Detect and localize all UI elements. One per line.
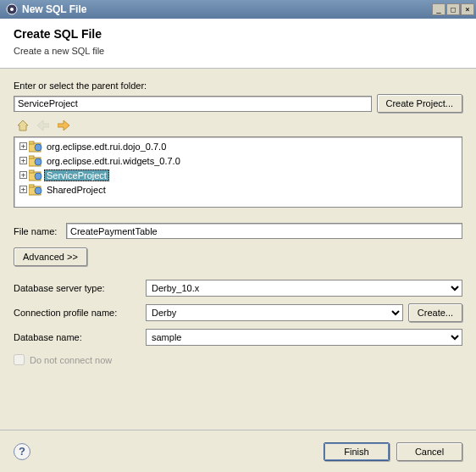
app-icon [5, 3, 19, 16]
tree-item[interactable]: + org.eclipse.edt.rui.dojo_0.7.0 [16, 139, 460, 153]
svg-point-7 [35, 158, 42, 165]
dialog-buttonbar: ? Finish Cancel [0, 430, 476, 472]
tree-expander-icon[interactable]: + [19, 186, 27, 193]
help-icon[interactable]: ? [14, 443, 30, 460]
file-name-label: File name: [14, 226, 61, 236]
page-subtitle: Create a new SQL file [14, 46, 462, 56]
do-not-connect-label: Do not connect now [30, 355, 112, 365]
project-icon [29, 141, 42, 153]
maximize-button[interactable]: □ [446, 3, 460, 15]
project-icon [29, 155, 42, 167]
svg-rect-6 [29, 156, 34, 158]
connection-profile-select[interactable]: Derby [146, 304, 403, 321]
dialog-header: Create SQL File Create a new SQL file [0, 19, 476, 69]
svg-rect-12 [29, 185, 34, 187]
tree-item-label: ServiceProject [44, 169, 109, 181]
file-name-input[interactable] [66, 223, 462, 239]
svg-rect-3 [29, 142, 34, 144]
database-name-label: Database name: [14, 332, 141, 342]
project-icon [29, 184, 42, 196]
svg-point-10 [35, 173, 42, 180]
tree-item-label: SharedProject [44, 184, 108, 196]
window-title: New SQL File [22, 3, 431, 15]
minimize-button[interactable]: _ [432, 3, 446, 15]
project-icon [29, 169, 42, 181]
db-server-type-label: Database server type: [14, 283, 141, 293]
tree-item[interactable]: + org.eclipse.edt.rui.widgets_0.7.0 [16, 153, 460, 168]
connection-profile-label: Connection profile name: [14, 308, 141, 318]
tree-expander-icon[interactable]: + [19, 157, 27, 164]
tree-item[interactable]: + SharedProject [16, 182, 460, 197]
page-title: Create SQL File [14, 27, 462, 41]
tree-toolbar [14, 114, 462, 136]
advanced-button[interactable]: Advanced >> [14, 247, 87, 266]
forward-arrow-icon[interactable] [56, 118, 71, 133]
tree-item-label: org.eclipse.edt.rui.dojo_0.7.0 [44, 141, 169, 153]
do-not-connect-checkbox [14, 354, 25, 365]
window-titlebar: New SQL File _ □ × [0, 0, 476, 19]
cancel-button[interactable]: Cancel [396, 442, 462, 461]
svg-rect-9 [29, 170, 34, 173]
svg-point-13 [35, 187, 42, 194]
svg-point-1 [10, 8, 14, 11]
create-project-button[interactable]: Create Project... [377, 94, 462, 113]
tree-item[interactable]: + ServiceProject [16, 168, 460, 182]
home-icon[interactable] [15, 118, 30, 133]
finish-button[interactable]: Finish [324, 442, 390, 461]
database-name-select[interactable]: sample [146, 329, 462, 346]
parent-folder-label: Enter or select the parent folder: [14, 81, 462, 91]
tree-expander-icon[interactable]: + [19, 142, 27, 150]
back-arrow-icon [36, 118, 51, 133]
close-button[interactable]: × [461, 3, 474, 15]
tree-item-label: org.eclipse.edt.rui.widgets_0.7.0 [44, 155, 183, 167]
db-server-type-select[interactable]: Derby_10.x [146, 280, 462, 297]
create-connection-button[interactable]: Create... [408, 303, 462, 322]
parent-folder-input[interactable] [14, 96, 372, 112]
tree-expander-icon[interactable]: + [19, 171, 27, 179]
folder-tree[interactable]: + org.eclipse.edt.rui.dojo_0.7.0 + org.e… [14, 136, 462, 208]
svg-point-4 [35, 144, 42, 151]
